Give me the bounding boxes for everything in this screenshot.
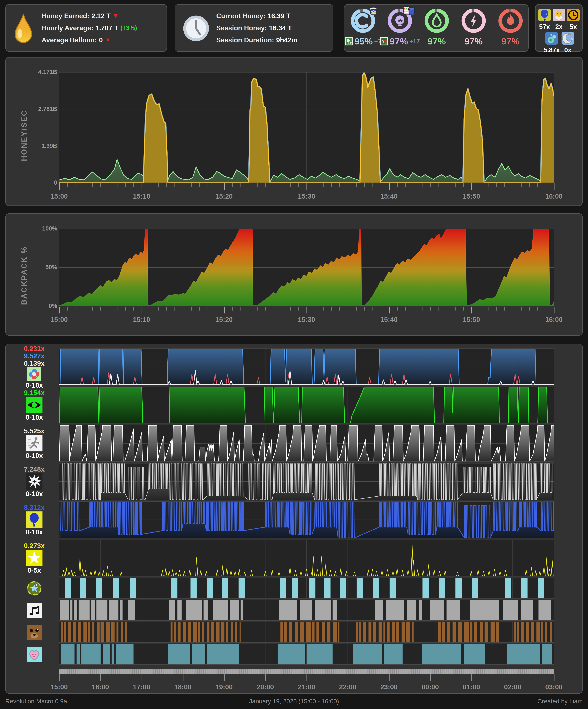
gauge-percent: 97% — [501, 36, 520, 47]
session-honey-label: Session Honey: — [216, 24, 267, 32]
honey-drop-icon — [12, 14, 34, 43]
report-date-range: January 19, 2026 (15:00 - 16:00) — [0, 698, 588, 705]
row-head-star: 0.273x 0-5x — [9, 540, 59, 576]
session-duration-label: Session Duration: — [216, 36, 274, 44]
buffs-panel: 57x 2x 5x — [535, 4, 583, 52]
music-note-icon — [27, 603, 42, 618]
hour-label: 19:00 — [215, 683, 233, 691]
eye-icon — [26, 397, 43, 413]
revolution-macro-dashboard: { "header": { "honey_stats": { "rows": [… — [0, 0, 588, 709]
x-label: 15:00 — [50, 192, 68, 200]
x-axis-labels: 15:00 15:10 15:20 15:30 15:40 15:50 16:0… — [59, 316, 554, 324]
y-tick: 0 — [35, 179, 57, 186]
author-credit: Created by Liam — [537, 698, 583, 705]
current-honey-value: 16.39 T — [268, 12, 290, 20]
x-label: 15:00 — [50, 316, 68, 323]
white-mult-label: 0.139x — [24, 360, 45, 367]
current-honey-stat: Current Honey: 16.39 T — [216, 12, 298, 20]
hour-label: 16:00 — [92, 683, 109, 691]
hour-label: 21:00 — [298, 683, 315, 691]
runner-icon — [26, 435, 43, 451]
music-timeline — [59, 600, 554, 621]
gauge-refreshing: 97% — [455, 7, 492, 47]
gauge-percent: 97% — [465, 36, 483, 47]
current-honey-label: Current Honey: — [216, 12, 265, 20]
session-stats-panel: Current Honey: 16.39 T Session Honey: 16… — [175, 4, 333, 52]
backpack-chart-panel: BACKPACK % 100% 50% 0% 15:00 15:10 15:20… — [5, 213, 583, 336]
range-label: 0-10x — [26, 490, 43, 498]
heart-icon — [27, 647, 42, 662]
row-head-star-badge — [9, 578, 59, 599]
y-tick: 100% — [35, 225, 57, 232]
honey-earned-stat: Honey Earned: 2.12 T ▼ — [41, 12, 137, 20]
row-head-field-boosts: 0.231x 9.527x 0.139x 0-10x — [9, 345, 59, 389]
star-icon — [26, 550, 43, 566]
buff-blue-balloon: 57x — [538, 9, 551, 30]
y-tick: 4.171B — [35, 69, 57, 75]
timeline-hour-labels: 15:00 16:00 17:00 18:00 19:00 20:00 21:0… — [59, 683, 554, 692]
honey-rate-plot — [59, 72, 554, 183]
burst-icon — [26, 473, 43, 490]
x-label: 15:30 — [298, 192, 315, 200]
hour-label: 01:00 — [463, 683, 480, 691]
gauge-invigorating: 97% — [492, 7, 529, 47]
buff-clock-icon — [567, 9, 580, 21]
timeline-panel: 0.231x 9.527x 0.139x 0-10x 9.154x 0-10x … — [5, 344, 583, 694]
blue-mult-label: 9.527x — [24, 352, 45, 360]
hour-label: 02:00 — [504, 683, 522, 691]
hour-label: 18:00 — [174, 683, 192, 691]
wave-icon — [562, 32, 574, 45]
x-label: 15:20 — [215, 316, 233, 323]
y-tick: 0% — [35, 303, 57, 309]
bolt-icon — [471, 15, 477, 27]
buff-bubbles: 5.87x — [543, 32, 560, 54]
burst-timeline — [59, 463, 554, 500]
honey-earned-trend-icon: ▼ — [113, 12, 119, 20]
planter-badge-icon — [368, 6, 378, 16]
red-mult-label: 0.231x — [24, 345, 45, 352]
session-honey-value: 16.34 T — [269, 24, 292, 32]
honey-earned-value: 2.12 T — [91, 12, 111, 20]
average-balloon-stat: Average Balloon: 0 ▼ — [41, 36, 137, 44]
x-label: 16:00 — [545, 316, 563, 323]
gauge-satisfying: 97% — [418, 7, 455, 47]
heart-timeline — [59, 644, 554, 665]
buff-mult: 5x — [570, 23, 577, 30]
range-label: 0-10x — [26, 414, 43, 421]
timeline-scrubber[interactable] — [59, 669, 554, 674]
x-label: 15:40 — [380, 316, 398, 323]
gauge-percent: 97% — [427, 36, 446, 47]
hourly-average-stat: Hourly Average: 1.707 T (+3%) — [41, 24, 137, 32]
row-head-heart — [9, 644, 59, 665]
x-axis-major-ticks — [59, 183, 555, 190]
petals-icon — [26, 367, 43, 381]
session-honey-stat: Session Honey: 16.34 T — [216, 24, 298, 32]
row-head-music — [9, 600, 59, 621]
chick-icon — [553, 9, 565, 21]
buff-chick: 2x — [553, 9, 565, 30]
range-label: 0-5x — [27, 567, 41, 574]
burst-mult-label: 7.248x — [24, 466, 45, 473]
row-head-bear — [9, 622, 59, 643]
average-balloon-trend-icon: ▼ — [105, 36, 111, 44]
x-label: 15:10 — [133, 192, 150, 200]
average-balloon-value: 0 — [99, 36, 103, 44]
backpack-plot — [59, 229, 554, 306]
backpack-chart-y-title: BACKPACK % — [20, 240, 28, 311]
gauge-comforting: 95% +7 — [344, 7, 381, 47]
hour-label: 00:00 — [422, 683, 439, 691]
session-duration-stat: Session Duration: 9h42m — [216, 36, 298, 44]
range-label: 0-10x — [26, 528, 43, 536]
lightbulb-icon — [395, 16, 404, 26]
bubbles-icon — [545, 32, 558, 45]
hourly-average-value: 1.707 T — [95, 24, 118, 32]
planter-badge-icon — [407, 7, 416, 16]
buff-mult: 2x — [555, 23, 563, 30]
star-badge-icon — [27, 581, 42, 596]
gauge-percent: 95% — [355, 36, 373, 47]
y-tick: 2.781B — [35, 106, 57, 112]
average-balloon-label: Average Balloon: — [41, 36, 97, 44]
x-label: 16:00 — [545, 192, 563, 200]
honey-stats-panel: Honey Earned: 2.12 T ▼ Hourly Average: 1… — [5, 4, 167, 52]
hour-label: 22:00 — [339, 683, 357, 691]
